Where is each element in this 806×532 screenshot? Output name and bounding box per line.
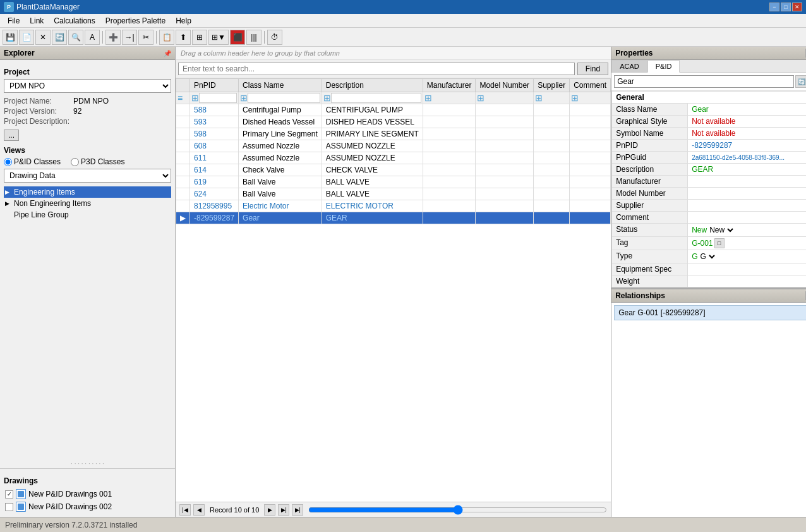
prop-value-supplier[interactable] [688,200,806,212]
radio-pid-input[interactable] [4,158,12,166]
table-row[interactable]: 611 Assumed Nozzle ASSUMED NOZZLE [176,152,611,164]
find-button[interactable]: Find [577,63,608,75]
filter-pnpid-icon[interactable]: ⊞ [191,93,199,103]
toolbar-arrow[interactable]: →| [122,30,137,45]
col-pnpid[interactable]: PnPID [190,79,239,92]
tag-edit-btn[interactable]: □ [714,238,725,248]
tab-pid[interactable]: P&ID [647,60,680,73]
props-refresh-btn[interactable]: 🔄 [795,75,806,88]
filter-pnpid-input[interactable] [199,93,237,103]
toolbar-grid[interactable]: ⊞ [192,30,207,45]
page-last[interactable]: ▶| [292,504,303,516]
page-next[interactable]: ▶ [264,504,275,516]
modelnumber-input[interactable] [692,189,806,198]
row-pnpid[interactable]: 611 [190,152,239,164]
project-dropdown[interactable]: PDM NPO [4,79,171,93]
horizontal-scrollbar[interactable] [308,505,607,515]
table-row[interactable]: 619 Ball Valve BALL VALVE [176,176,611,188]
menu-calculations[interactable]: Calculations [49,15,100,27]
col-modelnumber[interactable]: Model Number [476,79,534,92]
radio-pid-classes[interactable]: P&ID Classes [4,157,61,166]
equipspec-input[interactable] [692,265,806,274]
drawing-item-1[interactable]: ✓ New P&ID Drawings 001 [4,488,171,500]
tab-acad[interactable]: ACAD [611,60,647,72]
prop-value-status[interactable]: New New [688,224,806,237]
tree-expand-engineering[interactable]: ▶ [5,189,14,195]
filter-supplier-icon[interactable]: ⊞ [535,93,543,103]
page-first[interactable]: |◀ [179,504,191,516]
toolbar-cut[interactable]: ✂ [138,30,153,45]
col-comment[interactable]: Comment [570,79,611,92]
toolbar-refresh[interactable]: 🔄 [52,30,67,45]
filter-desc-icon[interactable]: ⊞ [323,93,331,103]
toolbar-block[interactable]: ⬛ [230,30,245,45]
row-pnpid[interactable]: 593 [190,116,239,128]
filter-mfr-icon[interactable]: ⊞ [424,93,432,103]
pin-icon[interactable]: 📌 [164,50,171,57]
toolbar-timer[interactable]: ⏱ [267,30,282,45]
filter-model-icon[interactable]: ⊞ [477,93,484,103]
prop-value-equipspec[interactable] [688,263,806,275]
prop-value-weight[interactable] [688,275,806,287]
row-pnpid[interactable]: 624 [190,188,239,200]
radio-p3d-input[interactable] [71,158,79,166]
prop-value-tag[interactable]: G-001 □ [688,237,806,250]
row-pnpid[interactable]: 588 [190,104,239,116]
toolbar-new[interactable]: 📄 [19,30,34,45]
row-pnpid[interactable]: 812958995 [190,200,239,212]
comment-input[interactable] [692,213,806,222]
toolbar-save[interactable]: 💾 [3,30,18,45]
prop-value-manufacturer[interactable] [688,176,806,188]
col-manufacturer[interactable]: Manufacturer [423,79,476,92]
row-pnpid[interactable]: 598 [190,128,239,140]
drawing-checkbox-1[interactable]: ✓ [5,490,13,499]
filter-classname-icon[interactable]: ⊞ [240,93,248,103]
status-dropdown[interactable]: New [707,225,735,235]
prop-value-modelnumber[interactable] [688,188,806,200]
tree-item-pipeline[interactable]: Pipe Line Group [4,209,171,221]
tree-item-engineering[interactable]: ▶ Engineering Items [4,186,171,198]
manufacturer-input[interactable] [692,177,806,186]
col-classname[interactable]: Class Name [239,79,322,92]
col-supplier[interactable]: Supplier [534,79,570,92]
search-input[interactable] [178,63,575,75]
table-row[interactable]: 624 Ball Valve BALL VALVE [176,188,611,200]
toolbar-cancel[interactable]: ✕ [35,30,51,45]
toolbar-copy[interactable]: 📋 [159,30,174,45]
supplier-input[interactable] [692,201,806,210]
maximize-button[interactable]: □ [781,3,791,11]
drawing-checkbox-2[interactable] [5,503,13,511]
toolbar-upload[interactable]: ⬆ [176,30,191,45]
tree-item-nonengineering[interactable]: ▶ Non Engineering Items [4,198,171,209]
menu-properties-palette[interactable]: Properties Palette [100,15,171,27]
filter-desc-input[interactable] [331,93,421,103]
weight-input[interactable] [692,277,806,286]
menu-link[interactable]: Link [25,15,49,27]
table-row-selected[interactable]: ▶ -829599287 Gear GEAR [176,212,611,224]
table-row[interactable]: 608 Assumed Nozzle ASSUMED NOZZLE [176,140,611,152]
row-pnpid-selected[interactable]: -829599287 [190,212,239,224]
page-prev[interactable]: ◀ [193,504,205,516]
table-row[interactable]: 593 Dished Heads Vessel DISHED HEADS VES… [176,116,611,128]
prop-value-type[interactable]: G G [688,250,806,263]
relationship-item[interactable]: Gear G-001 [-829599287] [614,305,806,320]
filter-classname-input[interactable] [248,93,320,103]
filter-indicator-icon[interactable]: ≡ [177,93,183,103]
prop-value-comment[interactable] [688,212,806,224]
row-pnpid[interactable]: 619 [190,176,239,188]
filter-comment-icon[interactable]: ⊞ [571,93,579,103]
row-pnpid[interactable]: 608 [190,140,239,152]
radio-p3d-classes[interactable]: P3D Classes [71,157,124,166]
col-description[interactable]: Description [322,79,423,92]
minimize-button[interactable]: − [769,3,779,11]
ellipsis-button[interactable]: ... [4,130,19,141]
table-row[interactable]: 812958995 Electric Motor ELECTRIC MOTOR [176,200,611,212]
toolbar-add[interactable]: ➕ [105,30,121,45]
table-row[interactable]: 598 Primary Line Segment PRIMARY LINE SE… [176,128,611,140]
tree-expand-nonengineering[interactable]: ▶ [5,200,14,207]
menu-help[interactable]: Help [171,15,196,27]
drawing-data-dropdown[interactable]: Drawing Data [4,169,171,183]
menu-file[interactable]: File [3,15,25,27]
toolbar-search[interactable]: 🔍 [68,30,83,45]
toolbar-columns[interactable]: ||| [246,30,262,45]
